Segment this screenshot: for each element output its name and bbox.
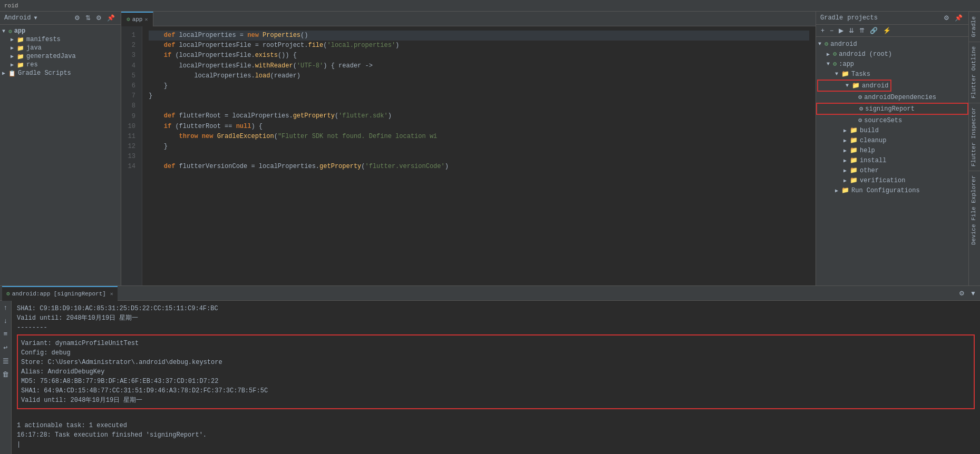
output-variant: Variant: dynamicProfileUnitTest [21, 339, 971, 348]
code-line-3: if (localPropertiesFile.exists()) { [149, 51, 809, 61]
output-config: Config: debug [21, 348, 971, 358]
gradle-build-node[interactable]: ▶ 📁 build [816, 125, 968, 135]
gradle-expandall-icon[interactable]: ⇊ [847, 26, 856, 35]
build-label: build [860, 127, 879, 134]
sidebar-item-manifests[interactable]: ▶ 📁 manifests [0, 35, 121, 44]
code-line-2: def localPropertiesFile = rootProject.fi… [149, 41, 809, 51]
output-md5: MD5: 75:68:A8:BB:77:9B:DF:AE:6F:EB:43:37… [21, 377, 971, 386]
gradle-collapseall-icon[interactable]: ⇈ [858, 26, 866, 35]
gradle-header: Gradle projects ⚙ 📌 [816, 12, 968, 25]
source-sets-label: sourceSets [864, 117, 902, 124]
code-line-14: def flutterVersionCode = localProperties… [149, 162, 809, 172]
output-valid2: Valid until: 2048年10月19日 星期一 [21, 396, 971, 405]
signing-tab-close[interactable]: ✕ [110, 291, 113, 297]
gear-icon: ⚙ [859, 105, 863, 113]
editor-tabs: ⚙ app ✕ [121, 12, 816, 26]
install-label: install [860, 157, 886, 164]
sidebar-item-java[interactable]: ▶ 📁 java [0, 44, 121, 52]
sidebar-header: Android ▼ ⚙ ⇅ ⚙ 📌 [0, 12, 121, 25]
wrap-icon[interactable]: ↩ [3, 342, 9, 353]
gradle-other-node[interactable]: ▶ 📁 other [816, 165, 968, 175]
terminal-output[interactable]: SHA1: C9:1B:D9:10:AC:85:31:25:D5:22:CC:1… [12, 301, 980, 454]
folder-icon: 📁 [850, 136, 858, 144]
folder-icon: 📁 [852, 82, 860, 90]
gradle-pin-icon[interactable]: 📌 [953, 14, 964, 22]
gradle-app-node[interactable]: ▼ ⚙ :app [816, 59, 968, 69]
gradle-cleanup-node[interactable]: ▶ 📁 cleanup [816, 135, 968, 145]
sidebar-item-gradle-scripts[interactable]: ▶ 📋 Gradle Scripts [0, 69, 121, 77]
android-icon: ⚙ [824, 40, 828, 48]
code-line-8 [149, 101, 809, 111]
gradle-source-sets[interactable]: ⚙ sourceSets [816, 115, 968, 125]
sidebar-item-app[interactable]: ▼ ⚙ app [0, 27, 121, 35]
gradle-run-configs[interactable]: ▶ 📁 Run Configurations [816, 185, 968, 195]
gradle-install-node[interactable]: ▶ 📁 install [816, 155, 968, 165]
tab-gradle-side[interactable]: Gradle [969, 12, 980, 42]
android-sub-icon: ⚙ [833, 50, 837, 58]
arrow-icon: ▶ [843, 137, 850, 144]
list-icon[interactable]: ☰ [2, 356, 10, 367]
gradle-remove-icon[interactable]: − [828, 26, 835, 35]
gear-icon[interactable]: ⚙ [94, 14, 103, 22]
gradle-verification-node[interactable]: ▶ 📁 verification [816, 175, 968, 185]
output-blank [17, 411, 975, 421]
bottom-tab-signing[interactable]: ⚙ android:app [signingReport] ✕ [2, 286, 118, 301]
folder-icon: 📁 [850, 166, 858, 174]
output-store: Store: C:\Users\Administrator\.android\d… [21, 358, 971, 367]
app-icon: ⚙ [8, 28, 12, 35]
arrow-icon: ▼ [2, 28, 8, 34]
gradle-android-root-sub[interactable]: ▶ ⚙ android (root) [816, 49, 968, 59]
bottom-hide-icon[interactable]: ▼ [968, 289, 978, 298]
code-editor[interactable]: def localProperties = new Properties() d… [142, 26, 816, 285]
tab-flutter-outline[interactable]: Flutter Outline [969, 42, 980, 103]
settings-icon[interactable]: ⚙ [73, 14, 82, 22]
gradle-help-node[interactable]: ▶ 📁 help [816, 145, 968, 155]
gradle-tasks-node[interactable]: ▼ 📁 Tasks [816, 69, 968, 79]
gradle-title: Gradle [820, 14, 843, 22]
center-area: ⚙ app ✕ 1 2 3 4 5 6 7 8 9 10 11 12 13 14 [121, 12, 816, 285]
arrow-icon: ▼ [818, 41, 824, 47]
folder-icon: 📁 [17, 45, 24, 52]
sync-icon[interactable]: ⇅ [84, 14, 92, 22]
scroll-up-icon[interactable]: ↑ [3, 303, 9, 313]
tab-flutter-inspector[interactable]: Flutter Inspector [969, 103, 980, 171]
gradle-settings-icon[interactable]: ⚙ [942, 14, 951, 22]
tab-app[interactable]: ⚙ app ✕ [121, 12, 153, 26]
android-tasks-label: android [862, 82, 888, 90]
code-line-9: def flutterRoot = localProperties.getPro… [149, 111, 809, 121]
arrow-icon: ▶ [843, 177, 850, 184]
gradle-android-deps[interactable]: ⚙ androidDependencies [816, 92, 968, 102]
dropdown-arrow[interactable]: ▼ [34, 15, 37, 21]
scroll-down-icon[interactable]: ↓ [3, 316, 9, 326]
bottom-settings-icon[interactable]: ⚙ [957, 289, 966, 298]
code-line-1: def localProperties = new Properties() [149, 31, 809, 41]
folder-icon: 📁 [850, 126, 858, 134]
title-text: roid [4, 3, 18, 9]
filter-icon[interactable]: ≡ [3, 329, 9, 339]
code-line-5: localProperties.load(reader) [149, 71, 809, 81]
gradle-tree: ▼ ⚙ android ▶ ⚙ android (root) ▼ ⚙ :app … [816, 37, 968, 285]
folder-icon: 📁 [841, 186, 849, 194]
gradle-signing-report[interactable]: ⚙ signingReport [816, 103, 968, 115]
gradle-panel: Gradle projects ⚙ 📌 + − ▶ ⇊ ⇈ 🔗 ⚡ ▼ ⚙ an… [816, 12, 968, 285]
gradle-filter-icon[interactable]: ⚡ [881, 26, 892, 35]
gradle-run-icon[interactable]: ▶ [837, 26, 845, 35]
signing-tab-label: android:app [signingReport] [12, 291, 106, 297]
gradle-link-icon[interactable]: 🔗 [868, 26, 879, 35]
output-timestamp: 16:17:28: Task execution finished 'signi… [17, 430, 975, 440]
sidebar-item-generated-java[interactable]: ▶ 📁 generatedJava [0, 52, 121, 61]
gradle-android-root[interactable]: ▼ ⚙ android [816, 39, 968, 49]
tab-device-explorer[interactable]: Device File Explorer [969, 171, 980, 249]
gradle-add-icon[interactable]: + [819, 26, 826, 35]
gradle-android-tasks[interactable]: ▼ 📁 android [817, 80, 891, 92]
android-dropdown[interactable]: Android [4, 14, 31, 22]
arrow-icon: ▶ [835, 187, 841, 194]
line-numbers: 1 2 3 4 5 6 7 8 9 10 11 12 13 14 [121, 26, 142, 285]
tab-close-icon[interactable]: ✕ [144, 16, 148, 23]
pin-icon[interactable]: 📌 [105, 14, 117, 22]
folder-icon: 📁 [850, 156, 858, 164]
sidebar-item-res[interactable]: ▶ 📁 res [0, 61, 121, 69]
java-label: java [26, 44, 42, 52]
code-line-7: } [149, 91, 809, 101]
clear-icon[interactable]: 🗑 [1, 370, 10, 380]
